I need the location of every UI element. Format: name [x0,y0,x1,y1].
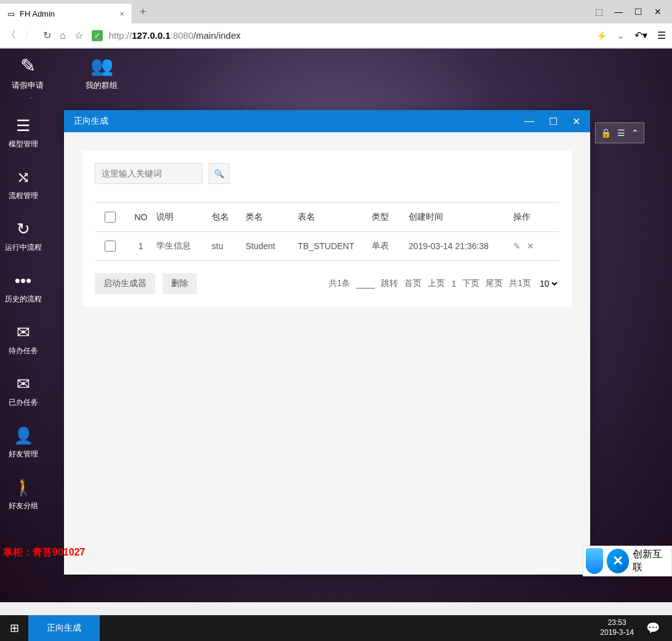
browser-tab[interactable]: ▭ FH Admin × [0,4,132,23]
tab-title: FH Admin [20,9,55,18]
table-header-row: NO 说明 包名 类名 表名 类型 创建时间 操作 [95,202,559,232]
sidebar-item-done[interactable]: ✉已办任务 [0,375,46,408]
chevron-down-icon[interactable]: ⌄ [617,30,625,41]
select-all-checkbox[interactable] [105,212,116,223]
list-icon[interactable]: ☰ [617,128,625,138]
pagination: 共1条 跳转 首页 上页 1 下页 尾页 共1页 10 [329,278,559,289]
my-groups-icon[interactable]: 👥 我的群组 [80,55,123,91]
table-row: 1 学生信息 stu Student TB_STUDENT 单表 2019-03… [95,232,559,261]
sidebar-item-todo[interactable]: ✉待办任务 [0,323,46,356]
edit-icon: ✎ [20,55,36,76]
tab-favicon: ▭ [7,9,15,18]
sidebar-item-friends[interactable]: 👤好友管理 [0,426,46,460]
modal-minimize-icon[interactable]: — [524,116,534,127]
search-icon: 🔍 [214,169,225,178]
jump-link[interactable]: 跳转 [381,278,398,289]
taskbar-item-active[interactable]: 正向生成 [28,615,100,641]
pagesize-select[interactable]: 10 [537,278,559,289]
sidebar-item-running[interactable]: ↻运行中流程 [0,220,46,253]
delete-button[interactable]: 删除 [162,273,197,294]
prev-page-link[interactable]: 上页 [428,278,445,289]
menu-icon[interactable]: ☰ [657,30,666,41]
sidebar-item-history[interactable]: •••历史的流程 [0,271,46,305]
sidebar-item-model[interactable]: ☰模型管理 [0,116,46,149]
chevron-up-icon[interactable]: ⌃ [631,128,639,138]
back-button[interactable]: 〈 [6,29,16,42]
shield-icon: ✓ [92,30,103,41]
avatar-icon [586,548,603,574]
forward-button[interactable]: 〉 [25,29,34,42]
modal-maximize-icon[interactable]: ☐ [549,116,558,127]
taskbar-clock[interactable]: 23:53 2019-3-14 [600,618,634,637]
data-table: NO 说明 包名 类名 表名 类型 创建时间 操作 1 学生信息 stu [95,202,559,261]
next-page-link[interactable]: 下页 [462,278,479,289]
logo-text: 创新互联 [633,548,669,574]
brand-logo[interactable]: ✕ 创新互联 [583,546,672,576]
panel-controls: 🔒 ☰ ⌃ [595,122,644,143]
modal-title: 正向生成 [74,116,524,127]
page-jump-input[interactable] [356,279,375,289]
sidebar: ☰模型管理 ⤭流程管理 ↻运行中流程 •••历史的流程 ✉待办任务 ✉已办任务 … [0,110,46,517]
browser-tab-bar: ▭ FH Admin × + ⬚ — ☐ ✕ [0,0,672,23]
refresh-button[interactable]: ↻ [43,30,51,41]
pin-icon[interactable]: ⬚ [593,7,604,17]
sidebar-item-friend-groups[interactable]: 🚶好友分组 [0,478,46,511]
lock-icon[interactable]: 🔒 [601,128,611,138]
favorite-button[interactable]: ☆ [74,30,83,41]
search-input[interactable] [95,163,202,184]
close-tab-icon[interactable]: × [119,9,124,18]
delete-row-icon[interactable]: ✕ [527,241,534,251]
modal-close-icon[interactable]: ✕ [572,116,580,127]
leave-request-icon[interactable]: ✎ 请假申请 [6,55,49,91]
watermark-text: 掌柜：青苔901027 [3,546,85,559]
modal-window: 正向生成 — ☐ ✕ 🔍 NO 说明 包名 类名 [64,110,590,575]
row-checkbox[interactable] [105,241,116,252]
browser-nav-bar: 〈 〉 ↻ ⌂ ☆ ✓ http://127.0.0.1:8080/main/i… [0,23,672,48]
first-page-link[interactable]: 首页 [404,278,422,289]
chat-tray-icon[interactable]: 💬 [646,621,660,635]
address-bar[interactable]: ✓ http://127.0.0.1:8080/main/index [92,30,588,41]
maximize-icon[interactable]: ☐ [633,7,644,17]
start-generator-button[interactable]: 启动生成器 [95,273,155,294]
undo-icon[interactable]: ↶▾ [634,30,647,41]
home-button[interactable]: ⌂ [60,30,66,41]
minimize-icon[interactable]: — [613,7,624,17]
sidebar-item-process[interactable]: ⤭流程管理 [0,168,46,201]
search-button[interactable]: 🔍 [209,163,230,184]
modal-titlebar: 正向生成 — ☐ ✕ [64,110,590,132]
new-tab-button[interactable]: + [132,6,154,18]
start-button[interactable]: ⊞ [0,615,28,641]
close-window-icon[interactable]: ✕ [652,7,663,17]
last-page-link[interactable]: 尾页 [486,278,503,289]
logo-icon: ✕ [607,549,630,573]
bolt-icon[interactable]: ⚡ [596,31,607,41]
edit-row-icon[interactable]: ✎ [513,241,521,251]
taskbar: ⊞ 正向生成 23:53 2019-3-14 💬 [0,615,672,641]
group-icon: 👥 [90,55,113,76]
